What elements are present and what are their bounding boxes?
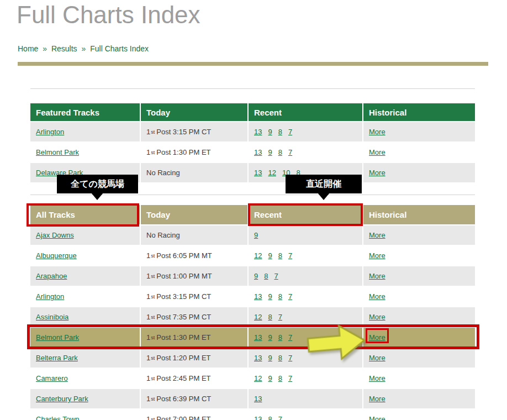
table-row: Belterra Park 1stPost 1:20 PM ET 13987 M…	[30, 348, 475, 368]
recent-chart-link[interactable]: 8	[278, 333, 282, 342]
recent-chart-link[interactable]: 7	[288, 374, 292, 382]
more-link[interactable]: More	[369, 395, 385, 403]
more-link[interactable]: More	[369, 272, 385, 280]
recent-chart-link[interactable]: 7	[288, 333, 292, 342]
track-link[interactable]: Delaware Park	[36, 169, 83, 177]
featured-tracks-table-body: Arlington 1stPost 3:15 PM CT 13987 More …	[30, 122, 475, 182]
column-header-featured-tracks: Featured Tracks	[30, 103, 140, 121]
recent-chart-link[interactable]: 9	[268, 333, 272, 342]
recent-chart-link[interactable]: 13	[254, 333, 262, 342]
table-row: Assiniboia 1stPost 7:35 PM CT 1287 More	[30, 307, 475, 327]
recent-chart-link[interactable]: 7	[278, 415, 282, 420]
recent-chart-link[interactable]: 13	[254, 148, 262, 156]
recent-chart-link[interactable]: 13	[254, 128, 262, 136]
today-post-number: 1	[146, 354, 150, 362]
historical-cell: More	[363, 328, 475, 347]
page-title: Full Charts Index	[17, 1, 200, 29]
more-link[interactable]: More	[369, 333, 385, 342]
column-header-today: Today	[141, 205, 247, 224]
annotation-callout-pointer	[91, 193, 103, 200]
recent-chart-link[interactable]: 10	[282, 169, 290, 177]
more-link[interactable]: More	[369, 169, 385, 177]
column-header-recent: Recent	[249, 205, 362, 224]
more-link[interactable]: More	[369, 128, 385, 136]
recent-chart-link[interactable]: 9	[268, 148, 272, 156]
track-link[interactable]: Belterra Park	[36, 354, 78, 362]
track-link[interactable]: Camarero	[36, 374, 68, 382]
recent-chart-link[interactable]: 8	[278, 354, 282, 362]
recent-chart-link[interactable]: 9	[254, 231, 258, 239]
recent-chart-link[interactable]: 9	[268, 251, 272, 260]
historical-cell: More	[363, 389, 475, 408]
today-text: Post 1:20 PM ET	[156, 354, 210, 362]
more-link[interactable]: More	[369, 374, 385, 382]
today-post-number: 1	[146, 251, 150, 260]
recent-chart-link[interactable]: 9	[254, 272, 258, 280]
recent-chart-link[interactable]: 7	[288, 354, 292, 362]
more-link[interactable]: More	[369, 148, 385, 156]
track-link[interactable]: Belmont Park	[36, 333, 79, 342]
recent-chart-link[interactable]: 7	[288, 128, 292, 136]
more-link[interactable]: More	[369, 313, 385, 321]
recent-chart-link[interactable]: 8	[296, 169, 300, 177]
breadcrumb-separator: »	[43, 44, 47, 53]
recent-chart-link[interactable]: 8	[278, 251, 282, 260]
more-link[interactable]: More	[369, 251, 385, 260]
more-link[interactable]: More	[369, 292, 385, 301]
today-cell: 1stPost 1:30 PM ET	[141, 328, 247, 347]
recent-chart-link[interactable]: 12	[254, 313, 262, 321]
recent-chart-link[interactable]: 8	[264, 272, 268, 280]
recent-chart-link[interactable]: 8	[268, 313, 272, 321]
recent-chart-link[interactable]: 7	[288, 292, 292, 301]
recent-chart-link[interactable]: 9	[268, 374, 272, 382]
column-header-recent: Recent	[249, 103, 362, 121]
more-link[interactable]: More	[369, 354, 385, 362]
recent-chart-link[interactable]: 12	[268, 169, 276, 177]
track-link[interactable]: Arlington	[36, 128, 64, 136]
recent-chart-link[interactable]: 13	[254, 395, 262, 403]
recent-chart-link[interactable]: 8	[278, 292, 282, 301]
recent-chart-link[interactable]: 8	[278, 128, 282, 136]
today-cell: 1stPost 3:15 PM CT	[141, 287, 247, 306]
recent-chart-link[interactable]: 7	[278, 313, 282, 321]
today-post-number: 1	[146, 148, 150, 156]
recent-chart-link[interactable]: 9	[268, 292, 272, 301]
recent-chart-link[interactable]: 13	[254, 354, 262, 362]
more-link[interactable]: More	[369, 231, 385, 239]
recent-chart-link[interactable]: 9	[268, 354, 272, 362]
recent-cell: 1287	[249, 307, 362, 327]
track-link[interactable]: Arapahoe	[36, 272, 67, 280]
all-tracks-table-body: Ajax Downs No Racing 9 More Albuquerque …	[30, 225, 475, 420]
recent-chart-link[interactable]: 7	[288, 251, 292, 260]
track-link[interactable]: Arlington	[36, 292, 64, 301]
track-cell: Arapahoe	[30, 266, 140, 286]
recent-chart-link[interactable]: 9	[268, 128, 272, 136]
recent-chart-link[interactable]: 8	[268, 415, 272, 420]
track-link[interactable]: Albuquerque	[36, 251, 77, 260]
recent-chart-link[interactable]: 8	[278, 148, 282, 156]
recent-chart-link[interactable]: 8	[278, 374, 282, 382]
full-charts-index-page: Full Charts Index Home » Results » Full …	[0, 0, 507, 420]
recent-chart-link[interactable]: 13	[254, 415, 262, 420]
recent-cell: 13987	[249, 328, 362, 347]
track-link[interactable]: Ajax Downs	[36, 231, 74, 239]
track-link[interactable]: Belmont Park	[36, 148, 79, 156]
recent-chart-link[interactable]: 7	[288, 148, 292, 156]
breadcrumb-results-link[interactable]: Results	[51, 44, 77, 53]
column-header-today: Today	[141, 103, 247, 121]
track-link[interactable]: Assiniboia	[36, 313, 68, 321]
historical-cell: More	[363, 163, 475, 182]
more-link[interactable]: More	[369, 415, 385, 420]
recent-chart-link[interactable]: 12	[254, 374, 262, 382]
recent-chart-link[interactable]: 13	[254, 169, 262, 177]
recent-chart-link[interactable]: 13	[254, 292, 262, 301]
breadcrumb-current: Full Charts Index	[90, 44, 149, 53]
breadcrumb-home-link[interactable]: Home	[18, 44, 38, 53]
column-header-all-tracks: All Tracks	[30, 205, 140, 224]
track-link[interactable]: Charles Town	[36, 415, 80, 420]
today-cell: 1stPost 2:45 PM ET	[141, 369, 247, 388]
table-row: Camarero 1stPost 2:45 PM ET 12987 More	[30, 369, 475, 388]
recent-chart-link[interactable]: 12	[254, 251, 262, 260]
track-link[interactable]: Canterbury Park	[36, 395, 88, 403]
recent-chart-link[interactable]: 7	[274, 272, 278, 280]
